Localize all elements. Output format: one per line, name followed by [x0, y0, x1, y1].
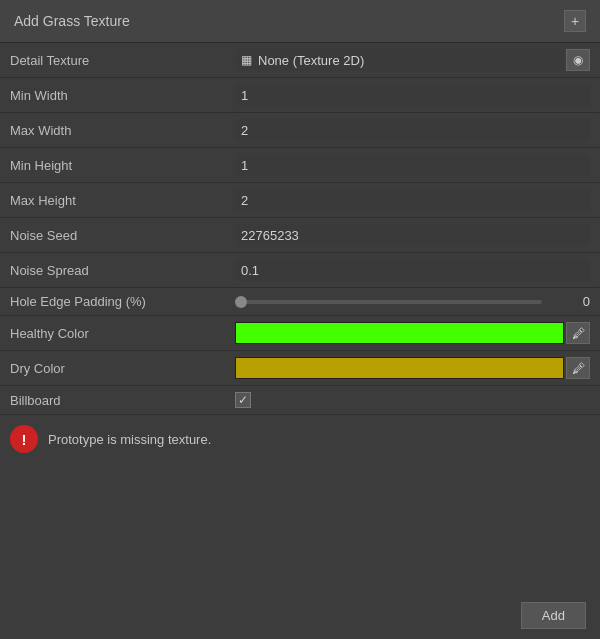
row-min-height: Min Height [0, 148, 600, 183]
row-max-height: Max Height [0, 183, 600, 218]
slider-row: 0 [235, 294, 590, 309]
value-max-width [225, 113, 600, 148]
value-billboard: ✓ [225, 386, 600, 415]
label-noise-seed: Noise Seed [0, 218, 225, 253]
row-healthy-color: Healthy Color 🖉 [0, 316, 600, 351]
label-dry-color: Dry Color [0, 351, 225, 386]
footer: Add [0, 592, 600, 639]
input-max-width[interactable] [235, 119, 590, 141]
label-min-height: Min Height [0, 148, 225, 183]
header-title: Add Grass Texture [14, 13, 130, 29]
billboard-checkbox[interactable]: ✓ [235, 392, 251, 408]
dry-color-bar[interactable] [235, 357, 564, 379]
label-max-width: Max Width [0, 113, 225, 148]
value-noise-seed [225, 218, 600, 253]
row-detail-texture: Detail Texture ▦ None (Texture 2D) ◉ [0, 43, 600, 78]
value-noise-spread [225, 253, 600, 288]
value-hole-edge-padding: 0 [225, 288, 600, 316]
header: Add Grass Texture + [0, 0, 600, 43]
row-dry-color: Dry Color 🖉 [0, 351, 600, 386]
value-min-width [225, 78, 600, 113]
warning-icon: ! [10, 425, 38, 453]
label-detail-texture: Detail Texture [0, 43, 225, 78]
input-max-height[interactable] [235, 189, 590, 211]
add-button[interactable]: Add [521, 602, 586, 629]
close-button[interactable]: + [564, 10, 586, 32]
label-healthy-color: Healthy Color [0, 316, 225, 351]
row-noise-spread: Noise Spread [0, 253, 600, 288]
slider-track[interactable] [235, 300, 542, 304]
row-hole-edge-padding: Hole Edge Padding (%) 0 [0, 288, 600, 316]
value-healthy-color: 🖉 [225, 316, 600, 351]
warning-text: Prototype is missing texture. [48, 432, 211, 447]
value-min-height [225, 148, 600, 183]
form-table: Detail Texture ▦ None (Texture 2D) ◉ Min… [0, 43, 600, 415]
content: Detail Texture ▦ None (Texture 2D) ◉ Min… [0, 43, 600, 463]
row-noise-seed: Noise Seed [0, 218, 600, 253]
value-dry-color: 🖉 [225, 351, 600, 386]
dry-color-eyedropper[interactable]: 🖉 [566, 357, 590, 379]
input-noise-spread[interactable] [235, 259, 590, 281]
warning-icon-label: ! [22, 431, 27, 448]
texture-row: ▦ None (Texture 2D) ◉ [235, 49, 590, 71]
texture-value: None (Texture 2D) [258, 53, 364, 68]
healthy-color-eyedropper[interactable]: 🖉 [566, 322, 590, 344]
input-min-height[interactable] [235, 154, 590, 176]
warning-row: ! Prototype is missing texture. [0, 415, 600, 463]
healthy-color-row: 🖉 [235, 322, 590, 344]
slider-value: 0 [550, 294, 590, 309]
healthy-color-bar[interactable] [235, 322, 564, 344]
dry-color-row: 🖉 [235, 357, 590, 379]
row-min-width: Min Width [0, 78, 600, 113]
label-hole-edge-padding: Hole Edge Padding (%) [0, 288, 225, 316]
label-billboard: Billboard [0, 386, 225, 415]
label-noise-spread: Noise Spread [0, 253, 225, 288]
texture-grid-icon: ▦ [241, 53, 252, 67]
label-min-width: Min Width [0, 78, 225, 113]
value-detail-texture: ▦ None (Texture 2D) ◉ [225, 43, 600, 78]
texture-pick-button[interactable]: ◉ [566, 49, 590, 71]
texture-selector[interactable]: ▦ None (Texture 2D) [235, 49, 564, 71]
row-billboard: Billboard ✓ [0, 386, 600, 415]
label-max-height: Max Height [0, 183, 225, 218]
slider-thumb[interactable] [235, 296, 247, 308]
value-max-height [225, 183, 600, 218]
input-noise-seed[interactable] [235, 224, 590, 246]
input-min-width[interactable] [235, 84, 590, 106]
row-max-width: Max Width [0, 113, 600, 148]
